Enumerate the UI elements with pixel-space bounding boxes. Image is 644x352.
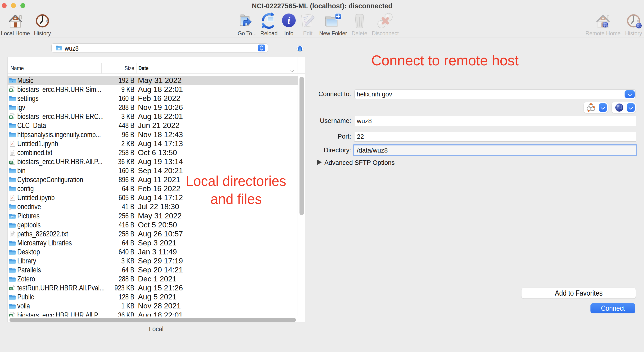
- svg-text:12: 12: [637, 20, 639, 22]
- svg-text:12: 12: [46, 20, 48, 22]
